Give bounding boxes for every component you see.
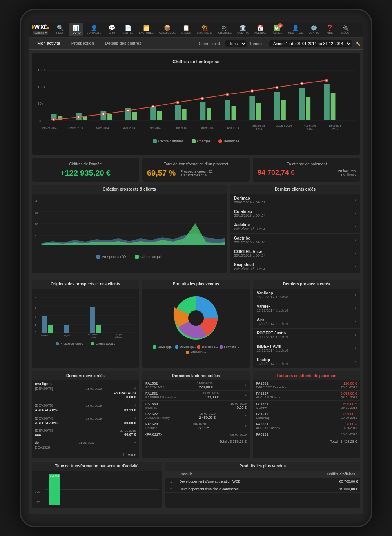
nav-aide[interactable]: ❓ AIDE [322,23,337,36]
nav-agenda[interactable]: 📅 AGENDA [252,23,269,36]
svg-rect-27 [232,106,236,120]
nav-stock[interactable]: 📋 STOCK [179,23,194,36]
list-item[interactable]: Enatop 13/11/2014 à 11h19 • [253,355,360,368]
svg-text:Bouche à: Bouche à [88,333,98,336]
svg-text:Mai 2014: Mai 2014 [150,127,161,129]
nav-deco[interactable]: 🔌 DÉCO [338,23,353,36]
svg-text:Inconnu: Inconnu [41,334,49,337]
prospect-name: Vaniloop [257,291,288,295]
periode-select[interactable]: Année 1 : du 01-01-2014 au 31-12-2014 [269,40,352,47]
list-item[interactable]: Vaniloop 15/03/2017 à 15h50 • [253,289,360,302]
nav-chantiers[interactable]: 🏗️ CHANTIERS [194,23,215,36]
list-item[interactable]: IMBERT Avril 13/11/2014 à 11h19 • [253,342,360,355]
legend-pie-3-label: Formatio... [224,345,239,349]
nav-config[interactable]: ⚙️ CONFIG [306,23,321,36]
legend-pie-1-dot [175,345,178,349]
list-item[interactable]: FA1531 BARRIÈRE Emmeline 29-01-2019 100,… [142,391,250,401]
nav-tbord[interactable]: 📊 TBORD [69,23,83,36]
legend-pie-2: Développ... [197,345,218,349]
list-item[interactable]: {DEV.0075} 23-01-2019 • ASTRALAB'S 83,33… [32,401,139,414]
svg-rect-18 [299,88,305,120]
invoice-date: 29-01-2019 [203,392,219,395]
th-ca: Chiffre d'affaires ↓ [296,471,360,478]
list-item[interactable]: FA1530 Bexares 16-01-2019 0,00 € [142,401,250,411]
svg-text:100k: 100k [38,85,45,89]
prospects-clients-row: Création prospects & clients 20 15 10 5 … [32,185,360,276]
prospect-date: 13/11/2014 à 11h19 [257,322,288,326]
legend-pie-1: Développ... [175,345,196,349]
list-item[interactable]: Snapshoal 20/12/2018 à 09h24 • [230,260,360,273]
list-item[interactable]: Airis 13/11/2014 à 11h19 • [253,315,360,329]
table-row[interactable]: 2 Développement d'un site e-commerce 19 … [165,485,360,493]
nav-taches[interactable]: ✅ 5 TÂCHES [269,23,285,36]
crm-icon: 💬 [109,25,115,31]
list-item[interactable]: Dorimap 08/01/2019 à 09h39 • [230,194,360,207]
produits-table-card: Produits les plus vendus Produit Chiffre… [165,462,360,508]
svg-text:Avril 2014: Avril 2014 [123,127,135,129]
list-item[interactable]: FA1532 ASTRALAB'S 01-02-2019 220,00 € • [142,380,250,391]
invoice-ref: FA1532 [145,382,165,385]
row-amount: 19 000,00 € [296,485,360,493]
filter-area: Commercial : Tous Période : Année 1 : du… [199,40,360,47]
list-item[interactable]: CORBEIL Alice 20/12/2018 à 09h24 • [230,247,360,260]
edit-icon[interactable]: ✏️ [356,42,360,46]
nav-catalogue[interactable]: 📦 CATALOGUE [157,23,178,36]
prospect-date: 13/11/2014 à 11h19 [257,349,288,352]
tab-prospection[interactable]: Prospection [66,38,100,49]
list-item[interactable]: ROBERT Justin 13/11/2014 à 11h19 • [253,329,360,342]
pending-ref: FA1527 [256,392,269,396]
list-item[interactable]: FA0132 13-01-2018 [253,431,360,438]
nav-rech[interactable]: 🔍 RECH [53,23,68,36]
client-name: Gabtribe [234,236,265,240]
list-item[interactable]: test lignes {DEV.0078} 31-01-2019 • ASTR… [32,380,139,401]
svg-rect-20 [58,116,62,120]
prospects-value: 23 [209,169,212,173]
invoice-company: Dorimap [145,426,158,430]
list-item[interactable]: FA1527 2 058,00 € AUCLAIR Thierry 08-01-… [253,391,360,401]
list-item[interactable]: {DEV.0074} 23-01-2019 • ASTRALAB'S 80,00… [32,414,139,427]
list-item[interactable]: Jadeline 20/12/2018 à 09h24 • [230,220,360,234]
commercial-select[interactable]: Tous [225,40,247,47]
list-item[interactable]: FA1531 120,00 € BARRIÈRE Emmeline 29-01-… [253,380,360,391]
metric-paiement-title: En attente de paiement [258,162,356,166]
list-item[interactable]: {DEV.0076} 23-01-2019 aaa 66,67 € [32,427,139,438]
nav-compta[interactable]: 🏛️ COMPTA [235,23,251,36]
pending-client: MOPPA [256,406,267,409]
legend-clients-dot [135,255,139,259]
list-item[interactable]: Coralmap 20/12/2018 à 09h24 • [230,207,360,220]
svg-rect-82 [48,325,53,333]
svg-point-42 [301,82,303,85]
list-item[interactable]: FA1528 Dorimap 08-01-2019 24,00 € • [142,421,250,431]
list-item[interactable]: Varelex 13/11/2014 à 11h19 • [253,302,360,315]
tab-details[interactable]: Détails des chiffres [100,38,147,49]
list-item[interactable]: {FA.0117} 08-01-2019 [142,431,250,438]
list-item[interactable]: FA0001 36,00 € AUCLAIR Thierry 10-03-201… [253,421,360,431]
logo-badge[interactable]: Kwixéo ▾ [33,31,48,35]
svg-rect-84 [90,307,95,333]
bullet-icon: • [245,413,247,419]
svg-rect-30 [306,97,310,120]
list-item[interactable]: de 21-01-2019 • DEV1328 [32,438,139,451]
devis-code: {DEV.0075} [35,403,53,407]
bullet-icon: • [134,440,136,445]
nav-ventes[interactable]: 📄 VENTES [120,23,136,36]
compta-icon: 🏛️ [240,25,246,31]
list-item[interactable]: FA1521 690,00 € MOPPA 09-11-2018 [253,401,360,411]
nav-contacts[interactable]: 👤 CONTACTS [84,23,104,36]
nav-charges[interactable]: 🛒 CHARGES [216,23,234,36]
nav-mes-infos[interactable]: 👤 MES INFOS [285,23,305,36]
transformes-label: Transformés : [180,173,202,177]
prospects-legend: Prospects créés Clients acquis [34,255,225,259]
list-item[interactable]: FA1527 AUCLAIR Thierry 08-01-2019 2 450,… [142,411,250,421]
table-row[interactable]: 1 Développement d'une application WEB 65… [165,478,360,485]
bullet-icon: • [355,211,356,216]
tab-mon-activite[interactable]: Mon activité [32,38,66,49]
devis-code: {DEV.0078} [35,387,53,391]
list-item[interactable]: Gabtribe 20/12/2018 à 09h24 • [230,234,360,247]
nav-crm[interactable]: 💬 CRM [104,23,119,36]
nav-factures[interactable]: 🗂️ FACTURES [137,23,156,36]
legend-ca-label: Chiffre d'affaires [158,139,184,143]
list-item[interactable]: FA1519 399,08 € Coralmap 10-09-2018 [253,411,360,421]
invoice-date: 08-01-2019 [230,433,247,436]
pending-date: 10-03-2018 [341,426,357,430]
